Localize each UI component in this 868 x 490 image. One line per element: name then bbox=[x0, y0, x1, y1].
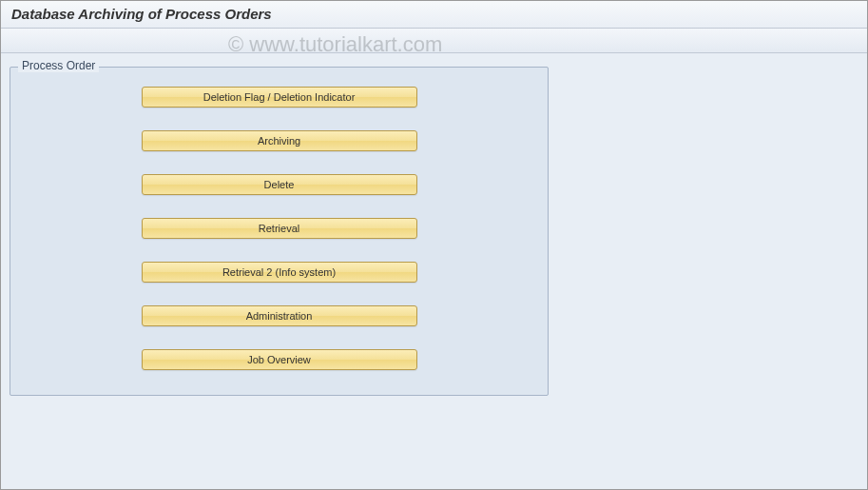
title-bar: Database Archiving of Process Orders bbox=[0, 0, 868, 29]
process-order-group: Process Order Deletion Flag / Deletion I… bbox=[10, 67, 549, 396]
button-row: Delete bbox=[22, 174, 536, 195]
button-row: Retrieval 2 (Info system) bbox=[22, 262, 536, 283]
retrieval-2-button[interactable]: Retrieval 2 (Info system) bbox=[142, 262, 417, 283]
application-toolbar bbox=[0, 29, 868, 53]
content-area: Process Order Deletion Flag / Deletion I… bbox=[0, 53, 868, 409]
page-title: Database Archiving of Process Orders bbox=[11, 6, 857, 22]
job-overview-button[interactable]: Job Overview bbox=[142, 349, 417, 370]
deletion-flag-button[interactable]: Deletion Flag / Deletion Indicator bbox=[142, 87, 417, 108]
button-row: Archiving bbox=[22, 130, 536, 151]
delete-button[interactable]: Delete bbox=[142, 174, 417, 195]
button-row: Administration bbox=[22, 305, 536, 326]
group-title: Process Order bbox=[18, 59, 99, 72]
button-row: Deletion Flag / Deletion Indicator bbox=[22, 87, 536, 108]
button-row: Job Overview bbox=[22, 349, 536, 370]
button-row: Retrieval bbox=[22, 218, 536, 239]
retrieval-button[interactable]: Retrieval bbox=[142, 218, 417, 239]
administration-button[interactable]: Administration bbox=[142, 305, 417, 326]
archiving-button[interactable]: Archiving bbox=[142, 130, 417, 151]
